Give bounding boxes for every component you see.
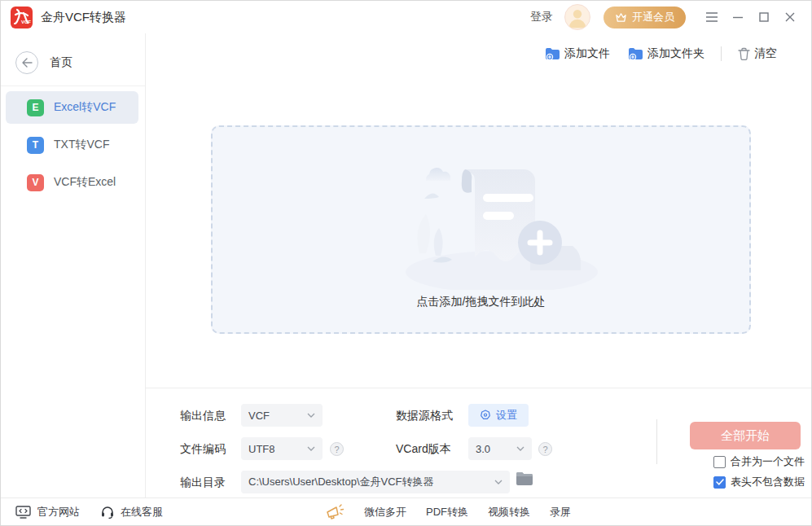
vcard-version-label: VCard版本 [396,442,451,457]
datasource-label: 数据源格式 [396,409,453,423]
hamburger-icon [705,11,718,23]
merge-files-label: 合并为一个文件 [731,454,805,469]
login-link[interactable]: 登录 [530,10,553,24]
settings-vertical-divider [656,419,657,464]
body: 首页 E Excel转VCF T TXT转VCF V VCF转Excel [1,33,811,498]
menu-button[interactable] [700,6,723,28]
output-info-value: VCF [248,410,270,422]
start-all-button[interactable]: 全部开始 [690,422,801,449]
sidebar-item-vcf-to-excel[interactable]: V VCF转Excel [6,166,138,199]
vcard-version-value: 3.0 [476,443,490,455]
output-info-select[interactable]: VCF [241,404,323,427]
trash-icon [738,47,750,60]
sidebar-item-excel-to-vcf[interactable]: E Excel转VCF [6,91,138,124]
add-folder-label: 添加文件夹 [647,46,704,61]
vcf-icon: V [27,174,44,191]
settings-panel: 输出信息 VCF 数据源格式 设置 文件编码 UTF8 [146,388,811,498]
output-dir-select[interactable]: C:\Users\User\Desktop\金舟VCF转换器 [241,471,510,493]
merge-files-checkbox[interactable]: 合并为一个文件 [713,454,805,469]
close-button[interactable] [779,6,801,28]
vip-label: 开通会员 [632,10,674,24]
encoding-value: UTF8 [248,443,275,455]
titlebar-right: 登录 开通会员 [530,4,801,30]
titlebar: VCF 金舟VCF转换器 登录 开通会员 [1,1,811,33]
promo-video-link[interactable]: 视频转换 [488,505,530,519]
folder-icon [516,471,533,486]
cloud-shape [426,168,450,181]
close-icon [784,11,796,23]
minimize-icon [732,11,744,23]
header-no-data-label: 表头不包含数据 [731,475,805,489]
file-dropzone[interactable]: 点击添加/拖拽文件到此处 [211,125,751,334]
promo-record-link[interactable]: 录屏 [550,505,571,519]
encoding-select[interactable]: UTF8 [241,437,323,460]
chevron-down-icon [307,413,315,418]
encoding-label: 文件编码 [180,442,226,457]
home-label[interactable]: 首页 [50,55,72,70]
promo-pdf-link[interactable]: PDF转换 [426,505,468,519]
maximize-icon [758,11,770,23]
excel-icon: E [27,99,44,116]
footer-promos: 微信多开 PDF转换 视频转换 录屏 [325,498,571,525]
arrow-left-icon [21,58,33,68]
datasource-settings-button[interactable]: 设置 [468,404,529,427]
sidebar-item-txt-to-vcf[interactable]: T TXT转VCF [6,129,138,161]
txt-icon: T [27,137,44,154]
headset-icon [101,506,114,519]
dropzone-illustration-icon [400,151,604,293]
home-row: 首页 [1,45,145,85]
official-website-label: 官方网站 [37,505,80,519]
folder-add-icon [545,47,560,61]
settings-gear-icon [480,410,491,421]
datasource-settings-label: 设置 [496,408,517,423]
app-window: VCF 金舟VCF转换器 登录 开通会员 [0,0,812,526]
vcard-version-select[interactable]: 3.0 [468,437,532,460]
chevron-down-icon [516,446,525,451]
check-icon [716,479,724,485]
output-dir-label: 输出目录 [180,476,226,490]
back-button[interactable] [15,51,38,74]
person-icon [565,4,590,30]
toolbar-separator [721,46,722,61]
online-support-link[interactable]: 在线客服 [101,505,163,519]
output-dir-value: C:\Users\User\Desktop\金舟VCF转换器 [248,475,434,489]
add-folder-button[interactable]: 添加文件夹 [623,43,709,64]
megaphone-icon [325,504,345,520]
vcard-help-icon[interactable]: ? [538,442,552,456]
official-website-link[interactable]: 官方网站 [15,505,80,519]
footer-left: 官方网站 在线客服 [15,498,163,525]
chevron-down-icon [307,446,315,451]
online-support-label: 在线客服 [121,505,163,519]
logo-vcf-text: VCF [21,20,31,24]
sidebar-item-label: Excel转VCF [54,100,116,115]
sidebar-item-label: TXT转VCF [54,138,109,152]
dropzone-hint: 点击添加/拖拽文件到此处 [213,295,749,309]
main-panel: 添加文件 添加文件夹 清空 [146,33,811,498]
toolbar: 添加文件 添加文件夹 清空 [540,43,782,64]
encoding-help-icon[interactable]: ? [330,442,344,456]
maximize-button[interactable] [753,6,775,28]
clear-button[interactable]: 清空 [733,43,782,64]
sidebar-divider [1,85,145,86]
app-logo-icon: VCF [11,7,33,28]
open-vip-button[interactable]: 开通会员 [604,7,686,28]
minimize-button[interactable] [726,6,749,28]
monitor-code-icon [15,506,31,519]
sidebar-item-label: VCF转Excel [54,175,116,190]
output-info-label: 输出信息 [180,409,226,423]
sidebar: 首页 E Excel转VCF T TXT转VCF V VCF转Excel [1,33,146,498]
checkbox-unchecked-icon [713,456,726,468]
folder-add-icon [628,47,643,61]
avatar[interactable] [564,4,590,30]
chevron-down-icon [494,480,503,484]
add-file-button[interactable]: 添加文件 [540,43,615,64]
clear-label: 清空 [754,46,777,61]
add-file-label: 添加文件 [564,46,610,61]
app-title: 金舟VCF转换器 [41,10,126,25]
checkbox-checked-icon [713,476,726,489]
promo-wechat-link[interactable]: 微信多开 [364,505,406,519]
open-folder-button[interactable] [516,471,533,489]
crown-icon [615,12,627,23]
header-no-data-checkbox[interactable]: 表头不包含数据 [713,475,805,489]
footer: 官方网站 在线客服 微信多开 PDF转换 视频转换 录屏 [1,498,811,525]
